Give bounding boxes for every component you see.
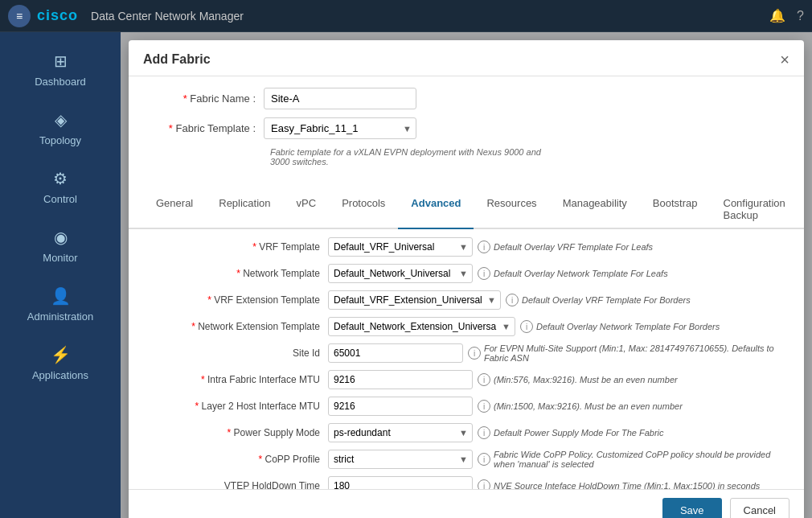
topbar-right: 🔔 ?	[769, 8, 804, 23]
site-id-label: Site Id	[143, 347, 320, 359]
content-area: Add Fabric × Fabric Name : Fabric Templa…	[121, 32, 812, 518]
topbar-logo: ≡ cisco Data Center Network Manager	[8, 5, 244, 27]
copp-profile-desc: Fabric Wide CoPP Policy. Customized CoPP…	[494, 450, 789, 469]
bell-icon[interactable]: 🔔	[769, 8, 785, 23]
sidebar-item-applications[interactable]: ⚡ Applications	[0, 334, 121, 393]
power-supply-mode-select-wrap: ps-redundant ▼	[328, 423, 473, 442]
fabric-name-input[interactable]	[264, 88, 416, 109]
network-extension-template-select[interactable]: Default_Network_Extension_Universa	[328, 317, 515, 336]
fabric-name-row: Fabric Name :	[143, 88, 789, 109]
fabric-hint-row: Fabric template for a vXLAN EVPN deploym…	[143, 147, 789, 166]
vrf-extension-template-select-wrap: Default_VRF_Extension_Universal ▼	[328, 290, 501, 310]
layer2-host-mtu-desc: (Min:1500, Max:9216). Must be an even nu…	[494, 401, 683, 411]
sidebar-item-control[interactable]: ⚙ Control	[0, 158, 121, 216]
fabric-template-select-wrap: Easy_Fabric_11_1 ▼	[264, 117, 416, 139]
vrf-extension-template-select[interactable]: Default_VRF_Extension_Universal	[328, 290, 501, 310]
vrf-template-desc: Default Overlay VRF Template For Leafs	[494, 242, 653, 252]
main-layout: ⊞ Dashboard ◈ Topology ⚙ Control ◉ Monit…	[0, 32, 812, 518]
sidebar-item-topology[interactable]: ◈ Topology	[0, 99, 121, 158]
power-supply-mode-select[interactable]: ps-redundant	[328, 423, 473, 442]
layer2-host-mtu-label: Layer 2 Host Interface MTU	[143, 401, 320, 412]
layer2-host-mtu-row: Layer 2 Host Interface MTU i (Min:1500, …	[143, 397, 789, 416]
sidebar-item-label: Topology	[39, 134, 81, 146]
tab-general[interactable]: General	[143, 191, 206, 229]
copp-profile-select-wrap: strict ▼	[328, 450, 473, 469]
administration-icon: 👤	[51, 286, 71, 306]
copp-profile-label: CoPP Profile	[143, 454, 320, 465]
app-menu-icon[interactable]: ≡	[8, 5, 31, 27]
network-template-label: Network Template	[143, 268, 320, 279]
network-template-info-icon[interactable]: i	[478, 267, 490, 280]
sidebar-item-monitor[interactable]: ◉ Monitor	[0, 216, 121, 275]
vrf-template-select[interactable]: Default_VRF_Universal	[328, 237, 473, 257]
tab-manageability[interactable]: Manageability	[550, 191, 640, 229]
vrf-template-info-icon[interactable]: i	[478, 240, 490, 253]
fabric-template-select[interactable]: Easy_Fabric_11_1	[264, 117, 416, 139]
layer2-host-mtu-input[interactable]	[328, 397, 473, 416]
sidebar: ⊞ Dashboard ◈ Topology ⚙ Control ◉ Monit…	[0, 32, 121, 518]
control-icon: ⚙	[53, 169, 68, 188]
layer2-host-mtu-info-icon[interactable]: i	[478, 400, 490, 413]
intra-fabric-mtu-row: Intra Fabric Interface MTU i (Min:576, M…	[143, 370, 789, 389]
vtep-holddown-desc: NVE Source Inteface HoldDown Time (Min:1…	[494, 481, 760, 489]
vtep-holddown-row: VTEP HoldDown Time i NVE Source Inteface…	[143, 476, 789, 489]
tab-bar: General Replication vPC Protocols Advanc…	[129, 191, 804, 229]
fabric-name-label: Fabric Name :	[143, 92, 256, 105]
help-icon[interactable]: ?	[797, 9, 804, 23]
monitor-icon: ◉	[54, 228, 68, 247]
modal-title: Add Fabric	[143, 52, 211, 67]
vtep-holddown-input[interactable]	[328, 476, 473, 489]
network-template-select-wrap: Default_Network_Universal ▼	[328, 264, 473, 283]
cisco-logo: cisco	[37, 7, 78, 24]
tab-protocols[interactable]: Protocols	[329, 191, 398, 229]
tab-advanced[interactable]: Advanced	[398, 191, 474, 229]
copp-profile-info-icon[interactable]: i	[478, 453, 490, 466]
sidebar-item-label: Administration	[27, 310, 93, 323]
intra-fabric-mtu-input[interactable]	[328, 370, 473, 389]
power-supply-mode-info-icon[interactable]: i	[478, 426, 490, 439]
network-extension-template-desc: Default Overlay Network Template For Bor…	[536, 322, 720, 331]
site-id-input[interactable]	[328, 343, 463, 363]
network-template-select[interactable]: Default_Network_Universal	[328, 264, 473, 283]
network-extension-template-select-wrap: Default_Network_Extension_Universa ▼	[328, 317, 515, 336]
modal-header: Add Fabric ×	[129, 40, 804, 76]
copp-profile-row: CoPP Profile strict ▼ i Fabric Wide CoPP…	[143, 450, 789, 469]
sidebar-item-administration[interactable]: 👤 Administration	[0, 275, 121, 334]
tab-replication[interactable]: Replication	[206, 191, 283, 229]
sidebar-item-label: Control	[43, 193, 77, 205]
network-extension-template-label: Network Extension Template	[143, 321, 320, 332]
topbar: ≡ cisco Data Center Network Manager 🔔 ?	[0, 0, 812, 32]
power-supply-mode-row: Power Supply Mode ps-redundant ▼ i Defau…	[143, 423, 789, 442]
tab-resources[interactable]: Resources	[474, 191, 549, 229]
save-button[interactable]: Save	[662, 498, 722, 518]
site-id-desc: For EVPN Multi-Site Support (Min:1, Max:…	[484, 343, 789, 363]
vrf-extension-template-label: VRF Extension Template	[143, 294, 320, 306]
power-supply-mode-desc: Default Power Supply Mode For The Fabric	[494, 428, 664, 438]
copp-profile-select[interactable]: strict	[328, 450, 473, 469]
modal-overlay: Add Fabric × Fabric Name : Fabric Templa…	[121, 32, 812, 518]
fabric-form-top: Fabric Name : Fabric Template : Easy_Fab…	[129, 76, 804, 186]
tab-vpc[interactable]: vPC	[284, 191, 330, 229]
sidebar-item-dashboard[interactable]: ⊞ Dashboard	[0, 40, 121, 99]
vrf-extension-template-desc: Default Overlay VRF Template For Borders	[522, 295, 691, 305]
vrf-template-label: VRF Template	[143, 241, 320, 253]
applications-icon: ⚡	[51, 345, 71, 364]
cancel-button[interactable]: Cancel	[730, 498, 789, 518]
tab-bootstrap[interactable]: Bootstrap	[640, 191, 711, 229]
vrf-template-row: VRF Template Default_VRF_Universal ▼ i D…	[143, 237, 789, 257]
intra-fabric-mtu-info-icon[interactable]: i	[478, 373, 490, 386]
add-fabric-modal: Add Fabric × Fabric Name : Fabric Templa…	[129, 40, 804, 518]
advanced-tab-content: VRF Template Default_VRF_Universal ▼ i D…	[129, 229, 804, 489]
vrf-template-select-wrap: Default_VRF_Universal ▼	[328, 237, 473, 257]
intra-fabric-mtu-desc: (Min:576, Max:9216). Must be an even num…	[494, 375, 678, 384]
vtep-holddown-info-icon[interactable]: i	[478, 479, 490, 489]
vrf-extension-template-info-icon[interactable]: i	[506, 294, 519, 306]
tab-configuration-backup[interactable]: Configuration Backup	[711, 191, 798, 229]
sidebar-item-label: Dashboard	[35, 76, 86, 88]
site-id-info-icon[interactable]: i	[468, 347, 481, 360]
network-extension-template-info-icon[interactable]: i	[520, 320, 533, 333]
fabric-template-label: Fabric Template :	[143, 122, 256, 134]
modal-close-button[interactable]: ×	[780, 51, 789, 68]
fabric-template-hint: Fabric template for a vXLAN EVPN deploym…	[270, 147, 560, 166]
modal-footer: Save Cancel	[129, 489, 804, 518]
